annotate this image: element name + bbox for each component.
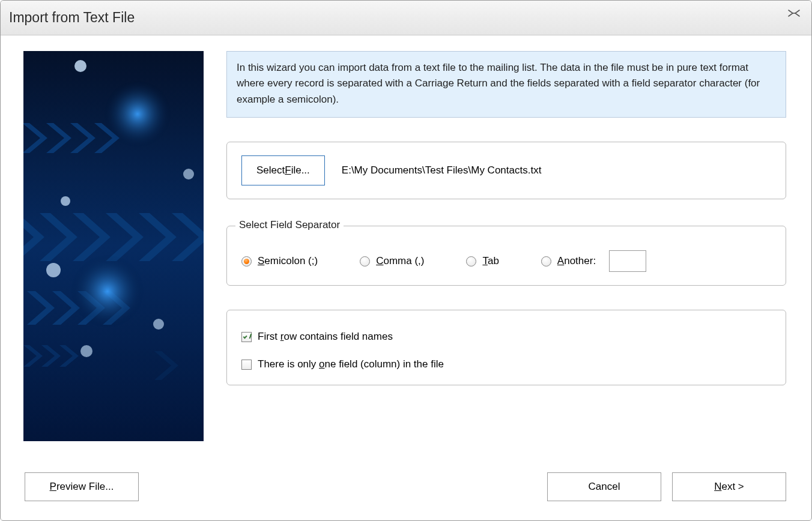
- svg-point-3: [74, 60, 86, 72]
- cancel-button[interactable]: Cancel: [547, 472, 661, 501]
- radio-comma[interactable]: Comma (,): [360, 255, 424, 267]
- next-button[interactable]: Next >: [672, 472, 786, 501]
- checkbox-icon: [241, 360, 252, 370]
- titlebar: Import from Text File: [1, 1, 811, 35]
- svg-point-5: [46, 263, 61, 277]
- checkbox-one-field[interactable]: There is only one field (column) in the …: [241, 358, 771, 370]
- svg-point-2: [71, 255, 144, 327]
- dialog-window: Import from Text File: [0, 0, 812, 521]
- separator-radio-row: Semicolon (;) Comma (,) Tab Another: [241, 250, 771, 272]
- radio-semicolon[interactable]: Semicolon (;): [241, 255, 318, 267]
- radio-icon: [241, 256, 252, 267]
- wizard-right-column: In this wizard you can import data from …: [226, 51, 786, 385]
- checkbox-icon: [241, 332, 252, 342]
- options-panel: First row contains field names There is …: [226, 310, 786, 385]
- info-box: In this wizard you can import data from …: [226, 51, 786, 118]
- svg-point-6: [183, 169, 194, 179]
- select-file-button[interactable]: Select File...: [241, 155, 325, 185]
- window-title: Import from Text File: [9, 10, 135, 26]
- svg-point-4: [61, 196, 70, 206]
- radio-tab[interactable]: Tab: [466, 255, 498, 267]
- radio-icon: [466, 256, 476, 267]
- field-separator-legend: Select Field Separator: [235, 219, 344, 231]
- wizard-banner-image: [23, 51, 204, 441]
- custom-separator-input[interactable]: [609, 250, 646, 272]
- button-bar: Preview File... Cancel Next >: [25, 472, 786, 501]
- info-text: In this wizard you can import data from …: [237, 62, 760, 105]
- selected-file-path: E:\My Documents\Test Files\My Contacts.t…: [342, 164, 542, 176]
- svg-point-1: [105, 81, 171, 147]
- preview-file-button[interactable]: Preview File...: [25, 472, 139, 501]
- field-separator-group: Select Field Separator Semicolon (;) Com…: [226, 226, 786, 286]
- radio-icon: [360, 256, 370, 267]
- file-selection-panel: Select File... E:\My Documents\Test File…: [226, 142, 786, 199]
- select-file-row: Select File... E:\My Documents\Test File…: [241, 155, 771, 185]
- radio-icon: [541, 256, 551, 267]
- radio-another[interactable]: Another:: [541, 250, 646, 272]
- content-area: In this wizard you can import data from …: [2, 37, 810, 519]
- svg-point-8: [80, 345, 92, 357]
- checkbox-first-row-names[interactable]: First row contains field names: [241, 331, 771, 343]
- close-icon[interactable]: [787, 9, 801, 17]
- client-area: In this wizard you can import data from …: [1, 36, 811, 520]
- svg-point-7: [153, 319, 164, 330]
